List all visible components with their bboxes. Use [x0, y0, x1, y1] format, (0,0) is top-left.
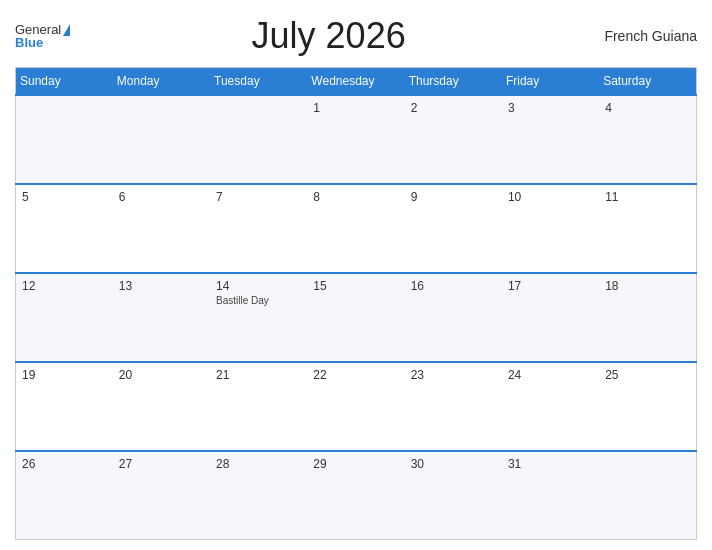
calendar-body: 1234567891011121314Bastille Day151617181… [16, 95, 697, 540]
day-number: 2 [411, 101, 496, 115]
day-number: 10 [508, 190, 593, 204]
calendar-cell: 24 [502, 362, 599, 451]
calendar-cell [599, 451, 696, 540]
month-title: July 2026 [70, 15, 587, 57]
calendar-cell: 6 [113, 184, 210, 273]
weekday-tuesday: Tuesday [210, 68, 307, 96]
calendar-cell: 18 [599, 273, 696, 362]
day-number: 29 [313, 457, 398, 471]
day-number: 26 [22, 457, 107, 471]
day-number: 3 [508, 101, 593, 115]
day-number: 16 [411, 279, 496, 293]
calendar-week-4: 19202122232425 [16, 362, 697, 451]
calendar-cell: 31 [502, 451, 599, 540]
calendar-cell: 27 [113, 451, 210, 540]
day-number: 6 [119, 190, 204, 204]
day-number: 5 [22, 190, 107, 204]
day-number: 11 [605, 190, 690, 204]
calendar-cell: 11 [599, 184, 696, 273]
day-number: 31 [508, 457, 593, 471]
day-number: 27 [119, 457, 204, 471]
calendar-cell: 29 [307, 451, 404, 540]
calendar-cell [113, 95, 210, 184]
day-number: 20 [119, 368, 204, 382]
calendar-cell: 12 [16, 273, 113, 362]
calendar-table: SundayMondayTuesdayWednesdayThursdayFrid… [15, 67, 697, 540]
calendar-cell: 5 [16, 184, 113, 273]
weekday-friday: Friday [502, 68, 599, 96]
region-label: French Guiana [587, 28, 697, 44]
day-number: 7 [216, 190, 301, 204]
calendar-cell: 16 [405, 273, 502, 362]
calendar-cell [16, 95, 113, 184]
weekday-saturday: Saturday [599, 68, 696, 96]
day-number: 25 [605, 368, 690, 382]
day-number: 28 [216, 457, 301, 471]
calendar-cell: 30 [405, 451, 502, 540]
logo: General Blue [15, 23, 70, 49]
logo-blue-text: Blue [15, 36, 70, 49]
day-number: 1 [313, 101, 398, 115]
calendar-week-5: 262728293031 [16, 451, 697, 540]
calendar-cell: 10 [502, 184, 599, 273]
calendar-cell: 23 [405, 362, 502, 451]
day-number: 4 [605, 101, 690, 115]
calendar-cell: 17 [502, 273, 599, 362]
calendar-header: General Blue July 2026 French Guiana [15, 10, 697, 67]
day-number: 23 [411, 368, 496, 382]
day-number: 19 [22, 368, 107, 382]
weekday-monday: Monday [113, 68, 210, 96]
day-number: 17 [508, 279, 593, 293]
day-number: 22 [313, 368, 398, 382]
weekday-thursday: Thursday [405, 68, 502, 96]
weekday-wednesday: Wednesday [307, 68, 404, 96]
calendar-cell: 21 [210, 362, 307, 451]
calendar-cell: 1 [307, 95, 404, 184]
day-number: 24 [508, 368, 593, 382]
day-number: 9 [411, 190, 496, 204]
calendar-cell: 13 [113, 273, 210, 362]
day-number: 15 [313, 279, 398, 293]
day-number: 14 [216, 279, 301, 293]
day-number: 12 [22, 279, 107, 293]
calendar-cell: 28 [210, 451, 307, 540]
weekday-header-row: SundayMondayTuesdayWednesdayThursdayFrid… [16, 68, 697, 96]
calendar-cell: 7 [210, 184, 307, 273]
calendar-cell: 3 [502, 95, 599, 184]
calendar-cell: 25 [599, 362, 696, 451]
event-label: Bastille Day [216, 295, 301, 306]
day-number: 8 [313, 190, 398, 204]
day-number: 30 [411, 457, 496, 471]
calendar-cell: 15 [307, 273, 404, 362]
calendar-cell: 14Bastille Day [210, 273, 307, 362]
calendar-cell: 19 [16, 362, 113, 451]
day-number: 21 [216, 368, 301, 382]
day-number: 18 [605, 279, 690, 293]
weekday-sunday: Sunday [16, 68, 113, 96]
day-number: 13 [119, 279, 204, 293]
calendar-cell [210, 95, 307, 184]
calendar-week-3: 121314Bastille Day15161718 [16, 273, 697, 362]
calendar-week-2: 567891011 [16, 184, 697, 273]
calendar-cell: 20 [113, 362, 210, 451]
logo-triangle-icon [63, 24, 70, 36]
calendar-cell: 8 [307, 184, 404, 273]
calendar-cell: 22 [307, 362, 404, 451]
calendar-week-1: 1234 [16, 95, 697, 184]
calendar-cell: 4 [599, 95, 696, 184]
calendar-cell: 9 [405, 184, 502, 273]
calendar-cell: 2 [405, 95, 502, 184]
calendar-cell: 26 [16, 451, 113, 540]
